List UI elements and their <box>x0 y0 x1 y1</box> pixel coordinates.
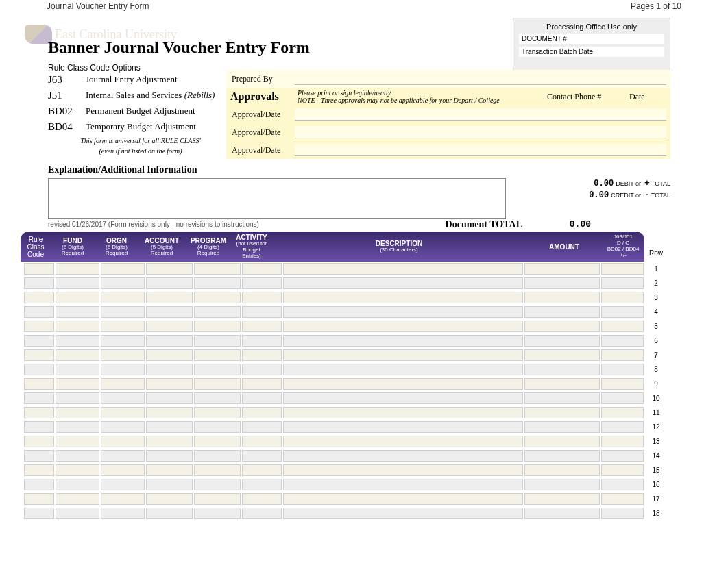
grid-cell[interactable] <box>283 479 523 490</box>
explanation-textarea[interactable] <box>48 178 506 219</box>
grid-cell[interactable] <box>194 436 241 447</box>
grid-cell[interactable] <box>101 450 145 462</box>
grid-cell[interactable] <box>56 493 99 505</box>
grid-cell[interactable] <box>146 378 193 390</box>
grid-cell[interactable] <box>101 436 145 447</box>
grid-cell[interactable] <box>242 349 282 361</box>
grid-cell[interactable] <box>56 392 99 404</box>
grid-cell[interactable] <box>24 493 54 505</box>
grid-cell[interactable] <box>524 378 600 390</box>
grid-cell[interactable] <box>242 378 282 390</box>
grid-cell[interactable] <box>524 421 600 433</box>
grid-cell[interactable] <box>56 421 99 433</box>
grid-cell[interactable] <box>194 479 241 490</box>
grid-cell[interactable] <box>24 436 54 447</box>
grid-cell[interactable] <box>283 335 523 347</box>
grid-cell[interactable] <box>283 349 523 361</box>
grid-cell[interactable] <box>524 292 600 303</box>
grid-cell[interactable] <box>242 306 282 318</box>
grid-cell[interactable] <box>101 277 145 289</box>
approval-input-1[interactable] <box>295 108 666 121</box>
grid-cell[interactable] <box>194 349 241 361</box>
grid-cell[interactable] <box>242 321 282 332</box>
grid-cell[interactable] <box>56 436 99 447</box>
grid-cell[interactable] <box>56 464 99 476</box>
grid-cell[interactable] <box>194 306 241 318</box>
grid-cell[interactable] <box>524 335 600 347</box>
grid-cell[interactable] <box>242 436 282 447</box>
grid-cell[interactable] <box>524 450 600 462</box>
grid-cell[interactable] <box>524 349 600 361</box>
grid-cell[interactable] <box>146 335 193 347</box>
grid-cell[interactable] <box>24 450 54 462</box>
grid-cell[interactable] <box>146 436 193 447</box>
grid-cell[interactable] <box>146 407 193 418</box>
grid-cell[interactable] <box>101 407 145 418</box>
grid-cell[interactable] <box>194 392 241 404</box>
grid-cell[interactable] <box>283 508 523 519</box>
grid-cell[interactable] <box>601 479 644 490</box>
grid-cell[interactable] <box>194 508 241 519</box>
grid-cell[interactable] <box>601 335 644 347</box>
grid-cell[interactable] <box>194 407 241 418</box>
grid-cell[interactable] <box>56 407 99 418</box>
grid-cell[interactable] <box>24 364 54 375</box>
grid-cell[interactable] <box>56 378 99 390</box>
grid-cell[interactable] <box>283 493 523 505</box>
grid-cell[interactable] <box>601 349 644 361</box>
grid-cell[interactable] <box>56 349 99 361</box>
grid-cell[interactable] <box>146 292 193 303</box>
grid-cell[interactable] <box>24 392 54 404</box>
grid-cell[interactable] <box>101 263 145 275</box>
grid-cell[interactable] <box>242 392 282 404</box>
grid-cell[interactable] <box>146 450 193 462</box>
grid-cell[interactable] <box>194 493 241 505</box>
grid-cell[interactable] <box>146 349 193 361</box>
grid-cell[interactable] <box>101 421 145 433</box>
approval-input-2[interactable] <box>295 126 666 138</box>
grid-cell[interactable] <box>24 306 54 318</box>
grid-cell[interactable] <box>56 277 99 289</box>
grid-cell[interactable] <box>283 263 523 275</box>
grid-cell[interactable] <box>101 508 145 519</box>
grid-cell[interactable] <box>194 364 241 375</box>
grid-cell[interactable] <box>601 421 644 433</box>
grid-cell[interactable] <box>24 378 54 390</box>
grid-cell[interactable] <box>146 263 193 275</box>
grid-cell[interactable] <box>24 263 54 275</box>
grid-cell[interactable] <box>24 479 54 490</box>
grid-cell[interactable] <box>146 508 193 519</box>
grid-cell[interactable] <box>524 306 600 318</box>
grid-cell[interactable] <box>242 407 282 418</box>
grid-cell[interactable] <box>283 407 523 418</box>
grid-cell[interactable] <box>56 450 99 462</box>
grid-cell[interactable] <box>56 508 99 519</box>
grid-cell[interactable] <box>194 450 241 462</box>
grid-cell[interactable] <box>524 479 600 490</box>
grid-cell[interactable] <box>146 277 193 289</box>
grid-cell[interactable] <box>146 306 193 318</box>
grid-cell[interactable] <box>524 464 600 476</box>
grid-cell[interactable] <box>101 306 145 318</box>
grid-cell[interactable] <box>524 407 600 418</box>
grid-cell[interactable] <box>24 292 54 303</box>
grid-cell[interactable] <box>24 421 54 433</box>
grid-cell[interactable] <box>283 292 523 303</box>
grid-cell[interactable] <box>56 321 99 332</box>
grid-cell[interactable] <box>601 378 644 390</box>
grid-cell[interactable] <box>101 464 145 476</box>
grid-cell[interactable] <box>242 508 282 519</box>
grid-cell[interactable] <box>601 493 644 505</box>
grid-cell[interactable] <box>283 321 523 332</box>
grid-cell[interactable] <box>101 378 145 390</box>
grid-cell[interactable] <box>524 321 600 332</box>
grid-cell[interactable] <box>283 436 523 447</box>
grid-cell[interactable] <box>242 450 282 462</box>
grid-cell[interactable] <box>101 335 145 347</box>
grid-cell[interactable] <box>524 493 600 505</box>
grid-cell[interactable] <box>601 450 644 462</box>
grid-cell[interactable] <box>194 292 241 303</box>
grid-cell[interactable] <box>194 378 241 390</box>
grid-cell[interactable] <box>24 349 54 361</box>
grid-cell[interactable] <box>601 407 644 418</box>
